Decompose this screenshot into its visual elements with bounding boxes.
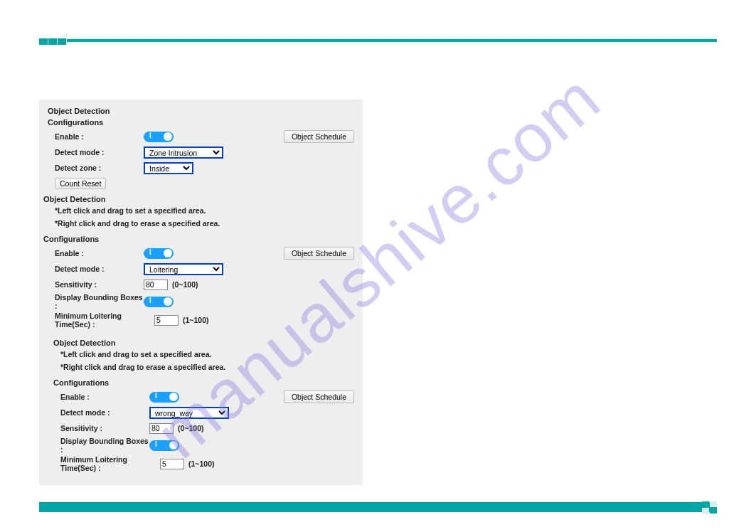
sensitivity-input-3[interactable] <box>149 423 174 434</box>
header-blocks <box>39 38 67 45</box>
bbox-toggle-2[interactable] <box>144 297 174 307</box>
section-3: Object Detection *Left click and drag to… <box>48 339 354 472</box>
row-detect-mode-2: Detect mode : Loitering <box>48 262 354 276</box>
row-sensitivity-3: Sensitivity : (0~100) <box>53 421 354 435</box>
row-detect-zone-1: Detect zone : Inside <box>48 161 354 175</box>
label-minloiter-2: Minimum Loitering Time(Sec) : <box>48 312 154 329</box>
section1-title-conf: Configurations <box>48 118 354 127</box>
label-bbox-3: Display Bounding Boxes : <box>53 437 149 454</box>
object-schedule-button-1[interactable]: Object Schedule <box>284 130 354 143</box>
minloiter-input-3[interactable] <box>160 459 184 469</box>
label-enable-1: Enable : <box>48 132 144 141</box>
section3-note2: *Right click and drag to erase a specifi… <box>60 363 354 371</box>
label-sensitivity-2: Sensitivity : <box>48 280 144 289</box>
label-detect-mode-2: Detect mode : <box>48 265 144 273</box>
section3-title-detect: Object Detection <box>53 339 354 347</box>
label-detect-zone-1: Detect zone : <box>48 164 144 172</box>
object-schedule-button-2[interactable]: Object Schedule <box>284 247 354 260</box>
row-detect-mode-1: Detect mode : Zone Intrusion <box>48 145 354 159</box>
header-rule <box>39 39 717 42</box>
row-minloiter-3: Minimum Loitering Time(Sec) : (1~100) <box>53 455 354 472</box>
count-reset-button[interactable]: Count Reset <box>55 178 106 189</box>
row-bbox-2: Display Bounding Boxes : <box>48 293 354 310</box>
help1-note1: *Left click and drag to set a specified … <box>55 206 354 215</box>
label-bbox-2: Display Bounding Boxes : <box>48 293 144 310</box>
section3-note1: *Left click and drag to set a specified … <box>60 350 354 358</box>
enable-toggle-1[interactable] <box>144 132 174 142</box>
settings-panel: Object Detection Configurations Enable :… <box>39 100 363 485</box>
section-1: Object Detection Configurations Enable :… <box>48 107 354 191</box>
label-sensitivity-3: Sensitivity : <box>53 424 149 432</box>
row-enable-2: Enable : Object Schedule <box>48 246 354 260</box>
detect-zone-select-1[interactable]: Inside <box>144 162 193 174</box>
enable-toggle-2[interactable] <box>144 248 174 259</box>
row-bbox-3: Display Bounding Boxes : <box>53 437 354 454</box>
row-count-reset: Count Reset <box>48 176 354 191</box>
object-schedule-button-3[interactable]: Object Schedule <box>284 390 354 403</box>
section-2: Configurations Enable : Object Schedule … <box>48 235 354 329</box>
row-minloiter-2: Minimum Loitering Time(Sec) : (1~100) <box>48 312 354 329</box>
row-enable-3: Enable : Object Schedule <box>53 390 354 404</box>
detect-mode-select-2[interactable]: Loitering <box>144 263 223 275</box>
label-enable-3: Enable : <box>53 393 149 401</box>
enable-toggle-3[interactable] <box>149 392 179 403</box>
detect-help-1: Object Detection *Left click and drag to… <box>48 195 354 228</box>
row-enable-1: Enable : Object Schedule <box>48 129 354 144</box>
footer-bar <box>39 502 717 512</box>
label-minloiter-3: Minimum Loitering Time(Sec) : <box>53 455 160 472</box>
detect-mode-select-1[interactable]: Zone Intrusion <box>144 147 223 159</box>
help1-note2: *Right click and drag to erase a specifi… <box>55 219 354 228</box>
section2-title-conf: Configurations <box>43 235 354 243</box>
section1-title-detect: Object Detection <box>48 107 354 115</box>
minloiter-hint-3: (1~100) <box>188 459 214 468</box>
label-detect-mode-1: Detect mode : <box>48 148 144 156</box>
section3-title-conf: Configurations <box>53 378 354 387</box>
minloiter-input-2[interactable] <box>154 315 179 326</box>
minloiter-hint-2: (1~100) <box>183 316 208 324</box>
sensitivity-hint-3: (0~100) <box>178 424 203 432</box>
sensitivity-input-2[interactable] <box>144 280 168 290</box>
detect-mode-select-3[interactable]: wrong_way <box>149 407 229 419</box>
sensitivity-hint-2: (0~100) <box>172 280 198 289</box>
label-enable-2: Enable : <box>48 249 144 257</box>
row-sensitivity-2: Sensitivity : (0~100) <box>48 277 354 292</box>
help1-title: Object Detection <box>43 195 354 203</box>
footer-blocks <box>702 501 717 514</box>
row-detect-mode-3: Detect mode : wrong_way <box>53 405 354 420</box>
bbox-toggle-3[interactable] <box>149 440 179 451</box>
label-detect-mode-3: Detect mode : <box>53 408 149 417</box>
